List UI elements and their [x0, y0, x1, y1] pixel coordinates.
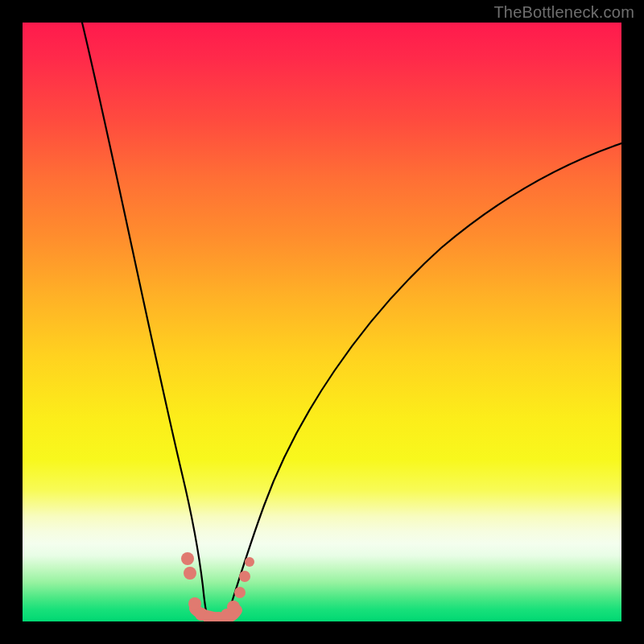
- curve-right-branch: [227, 143, 621, 617]
- chart-plot-area: [23, 23, 621, 621]
- chart-svg: [23, 23, 621, 621]
- chart-frame: TheBottleneck.com: [0, 0, 644, 644]
- marker-point: [181, 552, 194, 565]
- marker-point: [239, 571, 250, 582]
- marker-point: [234, 587, 246, 598]
- marker-point: [184, 567, 196, 580]
- curve-left-branch: [82, 23, 208, 617]
- marker-point: [227, 601, 240, 613]
- watermark-text: TheBottleneck.com: [493, 3, 634, 22]
- marker-point: [245, 557, 254, 567]
